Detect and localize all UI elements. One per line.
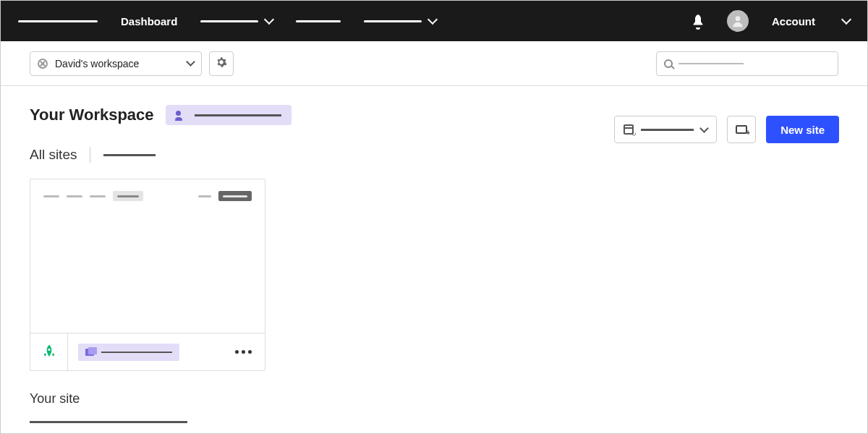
svg-point-0 xyxy=(736,16,741,21)
section-divider xyxy=(30,421,187,423)
nav-item-4-label xyxy=(364,20,422,22)
calendar-icon xyxy=(624,124,634,135)
preview-item xyxy=(198,195,211,197)
bell-icon xyxy=(692,14,704,27)
new-site-label: New site xyxy=(780,124,825,136)
chevron-down-icon xyxy=(427,14,438,25)
person-icon xyxy=(731,14,745,28)
account-label: Account xyxy=(772,15,815,27)
site-card-footer xyxy=(30,333,265,370)
new-site-button[interactable]: New site xyxy=(766,116,839,143)
more-icon xyxy=(235,350,239,354)
site-card[interactable] xyxy=(30,179,265,371)
more-icon xyxy=(242,350,245,354)
avatar[interactable] xyxy=(727,10,749,32)
notifications-button[interactable] xyxy=(692,14,704,27)
sites-subtitle xyxy=(103,154,156,156)
nav-item-4[interactable] xyxy=(364,19,436,23)
bell-icon xyxy=(696,27,700,30)
top-nav: Dashboard Account xyxy=(1,1,867,41)
chevron-down-icon xyxy=(699,124,709,133)
rocket-icon xyxy=(42,343,56,362)
nav-dashboard[interactable]: Dashboard xyxy=(121,15,177,27)
workspace-selector[interactable]: David's workspace xyxy=(30,51,202,76)
all-sites-title: All sites xyxy=(30,147,77,163)
nav-item-3-label xyxy=(296,20,341,22)
nav-item-3[interactable] xyxy=(296,20,341,22)
chevron-down-icon[interactable] xyxy=(841,14,851,25)
date-selector[interactable] xyxy=(614,116,717,143)
more-icon xyxy=(248,350,252,354)
brand-logo[interactable] xyxy=(18,20,98,22)
people-icon xyxy=(176,111,187,119)
workspace-settings-button[interactable] xyxy=(209,51,234,76)
subbar: David's workspace xyxy=(1,41,867,86)
workspace-icon xyxy=(38,59,48,69)
site-preview xyxy=(30,179,265,333)
site-name-pill[interactable] xyxy=(78,344,179,361)
gear-icon xyxy=(216,56,227,71)
nav-dashboard-label: Dashboard xyxy=(121,15,177,27)
members-pill[interactable] xyxy=(166,105,292,125)
divider xyxy=(90,147,90,163)
search-box[interactable] xyxy=(656,51,838,76)
preview-pill xyxy=(113,191,143,201)
members-label xyxy=(195,114,281,116)
your-site-title: Your site xyxy=(30,391,838,407)
actions-row: New site xyxy=(614,116,839,143)
chevron-down-icon xyxy=(186,57,195,67)
preview-item xyxy=(67,195,82,197)
preview-item xyxy=(43,195,59,197)
site-name xyxy=(101,352,172,353)
preview-item xyxy=(90,195,106,197)
preview-nav xyxy=(43,191,252,201)
preview-pill-dark xyxy=(218,191,252,201)
chevron-down-icon xyxy=(264,14,274,25)
workspace-name: David's workspace xyxy=(55,58,180,69)
workspace-title: Your Workspace xyxy=(30,106,154,124)
add-card-icon xyxy=(736,125,747,134)
site-status[interactable] xyxy=(30,333,68,371)
date-label xyxy=(641,129,694,131)
search-placeholder xyxy=(678,63,744,64)
folder-icon xyxy=(85,349,94,356)
add-card-button[interactable] xyxy=(727,116,756,143)
nav-item-2-label xyxy=(200,20,258,22)
account-menu[interactable]: Account xyxy=(772,15,815,27)
site-more-button[interactable] xyxy=(229,350,258,354)
sites-header: All sites xyxy=(30,147,838,163)
search-icon xyxy=(664,59,673,68)
main-content: Your Workspace New site All sites xyxy=(1,86,867,434)
nav-item-2[interactable] xyxy=(200,19,273,23)
